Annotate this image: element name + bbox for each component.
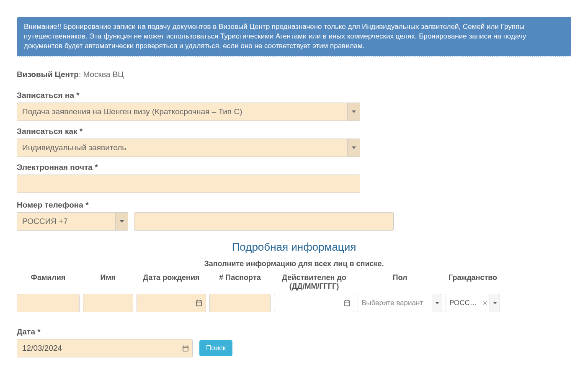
caret-down-icon — [435, 302, 439, 304]
citizenship-clear[interactable]: × — [480, 294, 490, 312]
table-header: Фамилия Имя Дата рождения # Паспорта Дей… — [17, 273, 571, 294]
details-subtitle: Заполните информацию для всех лиц в спис… — [17, 259, 571, 268]
caret-down-icon — [352, 110, 356, 113]
passport-field[interactable] — [209, 294, 271, 312]
gender-select[interactable]: Выберите вариант — [358, 294, 442, 312]
table-row: Выберите вариант РОСС… × — [17, 294, 571, 312]
phone-field[interactable] — [134, 212, 394, 231]
dob-field[interactable] — [137, 294, 206, 312]
search-button[interactable]: Поиск — [199, 340, 232, 356]
col-surname: Фамилия — [17, 273, 80, 294]
phone-label: Номер телефона * — [17, 200, 571, 210]
col-valid: Действителен до (ДД/ММ/ГГГГ) — [274, 273, 354, 294]
date-search-row: Дата * Поиск — [17, 327, 571, 357]
citizenship-caret[interactable] — [490, 294, 500, 312]
signup-as-group: Записаться как * Индивидуальный заявител… — [17, 127, 571, 157]
signup-as-label: Записаться как * — [17, 127, 571, 136]
phone-country-caret[interactable] — [115, 213, 128, 230]
email-group: Электронная почта * — [17, 163, 571, 199]
gender-caret[interactable] — [432, 294, 442, 312]
caret-down-icon — [120, 220, 124, 223]
signup-for-label: Записаться на * — [17, 91, 571, 100]
col-name: Имя — [83, 273, 133, 294]
caret-down-icon — [352, 146, 356, 149]
col-citizen: Гражданство — [446, 273, 500, 294]
signup-as-select[interactable]: Индивидуальный заявитель — [17, 139, 360, 157]
signup-for-caret[interactable] — [347, 103, 360, 121]
valid-until-field[interactable] — [274, 294, 354, 312]
close-icon: × — [483, 299, 487, 308]
signup-as-caret[interactable] — [347, 139, 360, 157]
phone-country-select[interactable]: РОССИЯ +7 — [17, 212, 128, 231]
phone-country-value: РОССИЯ +7 — [17, 213, 115, 230]
warning-banner: Внимание!! Бронирование записи на подачу… — [17, 17, 571, 57]
col-passport: # Паспорта — [209, 273, 271, 294]
signup-for-group: Записаться на * Подача заявления на Шенг… — [17, 91, 571, 121]
signup-for-select[interactable]: Подача заявления на Шенген визу (Краткос… — [17, 103, 360, 121]
visa-center-row: Визовый Центр: Москва ВЦ — [17, 70, 571, 79]
citizenship-value: РОСС… — [446, 294, 480, 312]
visa-center-label: Визовый Центр — [17, 70, 79, 79]
details-title: Подробная информация — [17, 241, 571, 254]
person-table: Фамилия Имя Дата рождения # Паспорта Дей… — [17, 273, 571, 312]
col-dob: Дата рождения — [137, 273, 206, 294]
gender-placeholder: Выберите вариант — [358, 294, 432, 312]
signup-as-value: Индивидуальный заявитель — [17, 139, 347, 157]
phone-group: Номер телефона * РОССИЯ +7 — [17, 200, 571, 231]
email-field[interactable] — [17, 175, 360, 193]
warning-text: Внимание!! Бронирование записи на подачу… — [24, 23, 526, 50]
caret-down-icon — [493, 302, 497, 304]
name-field[interactable] — [83, 294, 133, 312]
surname-field[interactable] — [17, 294, 80, 312]
date-field[interactable] — [17, 339, 193, 357]
date-label: Дата * — [17, 327, 193, 336]
col-gender: Пол — [358, 273, 442, 294]
email-label: Электронная почта * — [17, 163, 571, 172]
signup-for-value: Подача заявления на Шенген визу (Краткос… — [17, 103, 347, 121]
visa-center-value: : Москва ВЦ — [79, 70, 124, 79]
citizenship-select[interactable]: РОСС… × — [446, 294, 500, 312]
